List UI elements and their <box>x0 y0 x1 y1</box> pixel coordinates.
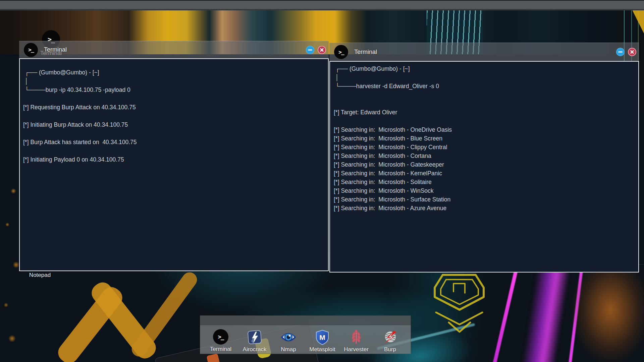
window-titlebar[interactable]: >_ Terminal <box>19 41 329 58</box>
dock-item-airocrack[interactable]: Airocrack <box>238 329 272 354</box>
prompt-glyph: >_ <box>28 47 33 53</box>
dock-handle <box>200 315 411 325</box>
window-titlebar[interactable]: >_ Terminal <box>329 43 639 61</box>
dock: >_ Terminal Airocrack <box>200 315 411 354</box>
wallpaper-hexagon-emblem <box>431 272 487 335</box>
terminal-prompt-icon: >_ <box>334 45 348 59</box>
desktop-background: >_ Terminal Notepad >_ Terminal ┌── (Gum… <box>0 0 644 362</box>
dock-item-label: Metasploit <box>309 346 335 353</box>
close-button[interactable] <box>318 46 326 54</box>
window-title: Terminal <box>354 49 377 56</box>
dock-item-label: Nmap <box>281 346 296 353</box>
eye-icon <box>281 329 296 345</box>
wallpaper-magenta-band <box>522 262 570 362</box>
dock-item-harvester[interactable]: Harvester <box>339 329 373 354</box>
window-title: Terminal <box>44 46 67 53</box>
prompt-glyph: >_ <box>338 49 343 55</box>
terminal-body: ┌── (Gumbo@Gumbo) - [~] │ └────harvester… <box>329 61 639 273</box>
wallpaper-panel-mark <box>206 353 222 362</box>
wallpaper-left-column <box>0 50 20 362</box>
shield-m-icon: M <box>315 329 330 345</box>
close-button[interactable] <box>628 48 636 56</box>
dock-body: >_ Terminal Airocrack <box>200 325 411 354</box>
prompt-glyph: >_ <box>218 334 223 340</box>
terminal-output: ┌── (Gumbo@Gumbo) - [~] │ └────harvester… <box>330 62 638 213</box>
minimize-icon <box>618 52 623 53</box>
terminal-window-burp: >_ Terminal ┌── (Gumbo@Gumbo) - [~] │ └─… <box>19 41 329 271</box>
red-bolt-icon <box>382 329 398 345</box>
dock-item-burp[interactable]: Burp <box>373 329 407 354</box>
top-bar <box>0 0 644 10</box>
dock-item-metasploit[interactable]: M Metasploit <box>306 329 339 354</box>
wheat-icon <box>348 329 364 345</box>
dock-item-terminal[interactable]: >_ Terminal <box>204 329 238 354</box>
terminal-output: ┌── (Gumbo@Gumbo) - [~] │ └────burp -ip … <box>20 59 328 164</box>
desktop-icon-notepad-label: Notepad <box>29 272 51 279</box>
svg-text:M: M <box>319 334 325 341</box>
minimize-button[interactable] <box>616 48 625 56</box>
dock-item-label: Harvester <box>344 346 369 353</box>
lightning-badge-icon <box>247 329 262 345</box>
dock-item-label: Airocrack <box>243 346 267 353</box>
dock-item-label: Burp <box>384 346 396 353</box>
minimize-button[interactable] <box>306 46 314 54</box>
terminal-body: ┌── (Gumbo@Gumbo) - [~] │ └────burp -ip … <box>19 58 329 271</box>
dock-item-label: Terminal <box>210 346 231 353</box>
dock-item-nmap[interactable]: Nmap <box>272 329 306 354</box>
terminal-prompt-icon: >_ <box>24 43 38 57</box>
minimize-icon <box>308 49 312 50</box>
terminal-window-harvester: >_ Terminal ┌── (Gumbo@Gumbo) - [~] │ └─… <box>329 43 639 273</box>
terminal-prompt-icon: >_ <box>213 329 228 345</box>
